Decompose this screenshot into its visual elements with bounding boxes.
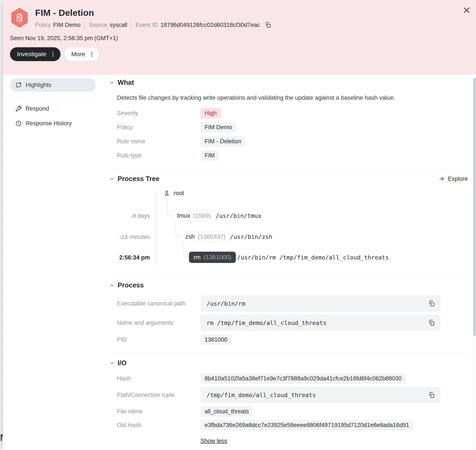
process-pid: (1569) [193, 212, 211, 219]
show-less-link[interactable]: Show less [200, 438, 227, 444]
rule-type-label: Rule type [117, 152, 200, 159]
tree-connector [175, 221, 181, 237]
source-value: syscall [110, 22, 127, 28]
process-pid: (1361000) [204, 254, 231, 261]
exec-path-label: Executable canonical path [117, 300, 200, 307]
underlying-page-partial-text: N [0, 432, 3, 443]
exec-path-box: /usr/bin/rm [200, 295, 440, 312]
file-name-label: File name [117, 408, 200, 415]
document-search-icon [14, 12, 25, 23]
event-id-label: Event ID [136, 22, 158, 28]
scrollbar-thumb[interactable] [473, 78, 476, 336]
tree-time: -8 days [117, 213, 150, 219]
policy-value: FIM Demo [53, 22, 80, 28]
more-label: More [71, 51, 85, 58]
copy-icon [428, 300, 435, 307]
process-tree: -8 days -16 minutes 2:56:34 pm root tmux… [117, 188, 468, 268]
rule-name-badge: FIM - Deletion [200, 136, 246, 147]
process-section-header[interactable]: Process [109, 281, 468, 289]
process-name: zsh [185, 233, 195, 240]
field-row-pid: PID 1361000 [117, 334, 468, 345]
path-tuple-value: /tmp/fim_demo/all_cloud_threats [206, 392, 316, 398]
copy-name-args-button[interactable] [428, 319, 435, 326]
field-row-file-name: File name all_cloud_threats [117, 406, 468, 417]
investigate-button[interactable]: Investigate [10, 47, 60, 61]
old-hash-label: Old Hash [117, 422, 200, 429]
policy-label: Policy [35, 22, 51, 28]
old-hash-badge: e3fbda736e269a8dcc7e23925e58eeee8806f497… [200, 420, 413, 431]
user-icon [163, 190, 170, 197]
process-section-title: Process [118, 281, 144, 289]
section-divider [109, 275, 468, 275]
tree-connector [167, 199, 173, 216]
sidebar-item-label: Highlights [26, 82, 51, 89]
exec-path-value: /usr/bin/rm [206, 300, 245, 307]
io-section-header[interactable]: I/O [109, 359, 468, 367]
meta-separator [84, 21, 85, 29]
pid-badge: 1361000 [200, 334, 231, 345]
tree-connector [184, 242, 189, 257]
tree-time: -16 minutes [117, 234, 150, 240]
copy-event-id-button[interactable] [265, 22, 271, 28]
kebab-menu-icon [89, 51, 95, 57]
sidebar: Highlights Respond Response History [3, 75, 99, 450]
seen-timestamp: Seen Nov 19, 2025, 2:56:35 pm (GMT+1) [10, 35, 476, 42]
path-tuple-box: /tmp/fim_demo/all_cloud_threats [200, 387, 440, 403]
name-args-label: Name and arguments [117, 320, 200, 326]
copy-icon [428, 391, 435, 398]
chevron-down-icon [109, 361, 114, 366]
close-icon [462, 6, 471, 15]
tree-node-tmux[interactable]: tmux (1569) [173, 210, 216, 221]
chevron-down-icon [109, 283, 114, 288]
field-row-hash: Hash 8b410a5102fa5a38ef71e9e7c3f7888a9c0… [117, 373, 468, 384]
process-path: /usr/bin/rm /tmp/fim_demo/all_cloud_thre… [237, 254, 389, 261]
arrow-right-icon [439, 176, 445, 182]
path-tuple-label: Path/Connection tuple [117, 392, 200, 398]
tree-timeline-rail [156, 189, 156, 266]
process-path: /usr/bin/tmux [216, 213, 261, 219]
field-row-rule-name: Rule name FIM - Deletion [117, 136, 468, 147]
process-tree-section-header[interactable]: Process Tree [109, 175, 159, 183]
tree-node-rm[interactable]: rm (1361000) [189, 252, 236, 263]
name-args-box: rm /tmp/fim_demo/all_cloud_threats [200, 314, 440, 331]
name-args-value: rm /tmp/fim_demo/all_cloud_threats [206, 320, 326, 326]
copy-icon [265, 22, 271, 28]
event-detail-drawer: FIM - Deletion Policy FIM Demo Source sy… [3, 0, 476, 450]
chevron-down-icon [109, 80, 114, 85]
sidebar-item-response-history[interactable]: Response History [10, 117, 96, 130]
explore-label: Explore [448, 176, 468, 182]
chevron-down-icon [109, 177, 114, 181]
field-row-policy: Policy FIM Demo [117, 121, 468, 133]
event-header: FIM - Deletion Policy FIM Demo Source sy… [3, 0, 476, 75]
pid-label: PID [117, 336, 200, 343]
severity-label: Severity [117, 110, 200, 117]
section-divider [109, 168, 468, 168]
policy-row-label: Policy [117, 124, 200, 131]
field-row-exec-path: Executable canonical path /usr/bin/rm [117, 295, 468, 312]
copy-exec-path-button[interactable] [428, 300, 435, 307]
process-name: tmux [177, 212, 190, 219]
explore-link[interactable]: Explore [439, 176, 468, 182]
more-button[interactable]: More [64, 47, 99, 61]
what-section-title: What [118, 79, 134, 87]
tree-time: 2:56:34 pm [117, 254, 150, 261]
sidebar-item-respond[interactable]: Respond [10, 102, 96, 115]
field-row-rule-type: Rule type FIM [117, 150, 468, 161]
hash-label: Hash [117, 375, 200, 382]
close-button[interactable] [461, 4, 473, 16]
main-content: What Detects file changes by tracking wr… [99, 75, 476, 450]
file-name-badge: all_cloud_threats [200, 406, 253, 417]
wrench-icon [15, 105, 22, 112]
copy-path-tuple-button[interactable] [428, 391, 435, 398]
policy-badge: FIM Demo [200, 122, 236, 133]
process-tree-section-title: Process Tree [118, 175, 159, 183]
sidebar-item-highlights[interactable]: Highlights [10, 78, 96, 92]
process-pid: (1360337) [198, 233, 226, 240]
meta-separator [131, 21, 132, 29]
tree-node-zsh[interactable]: zsh (1360337) [181, 231, 230, 242]
process-path: /usr/bin/zsh [230, 233, 272, 240]
source-label: Source [89, 22, 107, 28]
scrollbar-track [473, 75, 476, 450]
what-section-header[interactable]: What [109, 79, 468, 87]
page-title: FIM - Deletion [35, 8, 271, 18]
